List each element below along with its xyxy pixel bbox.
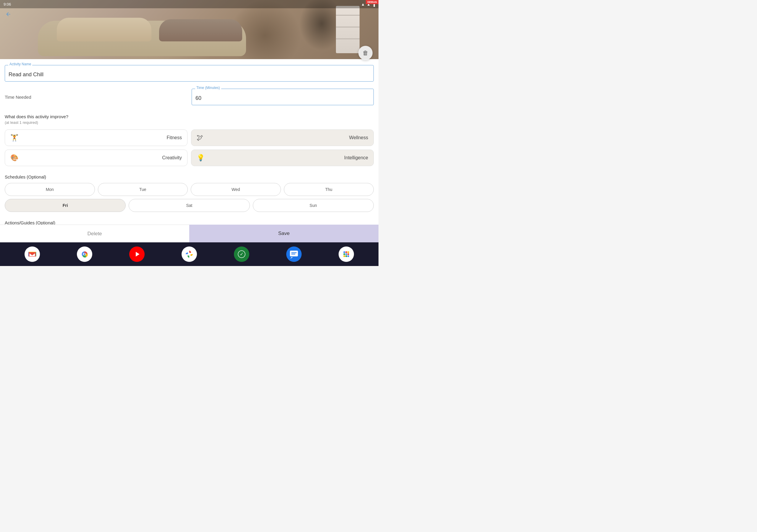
day-thu[interactable]: Thu — [284, 183, 374, 196]
wellness-label: Wellness — [349, 135, 368, 140]
nav-messages[interactable] — [286, 247, 302, 262]
couch-cushion-2 — [159, 19, 242, 42]
svg-point-16 — [346, 251, 347, 253]
day-sun[interactable]: Sun — [253, 199, 374, 212]
save-button[interactable]: Save — [189, 224, 378, 242]
svg-point-9 — [188, 253, 191, 256]
categories-grid: 🏋 Fitness 🕊 Wellness 🎨 Creativity 💡 Inte… — [5, 130, 374, 166]
activity-name-input[interactable] — [5, 65, 374, 81]
nav-bar: ✓ — [0, 242, 378, 266]
svg-point-19 — [346, 253, 347, 255]
improves-subtitle: (at least 1 required) — [5, 120, 374, 125]
time-needed-label: Time Needed — [5, 95, 187, 100]
main-content: Activity Name Time Needed Time (Minutes)… — [0, 59, 378, 242]
shelf-1 — [336, 15, 360, 16]
day-fri[interactable]: Fri — [5, 199, 126, 212]
fitness-icon: 🏋 — [10, 134, 18, 142]
nav-photos[interactable] — [182, 247, 197, 262]
schedules-title: Schedules (Optional) — [5, 174, 374, 179]
debug-badge: DEBUG — [366, 0, 378, 4]
days-grid-top: Mon Tue Wed Thu — [5, 183, 374, 196]
svg-rect-14 — [291, 254, 295, 254]
activity-name-group: Activity Name — [5, 65, 374, 81]
wellness-icon: 🕊 — [197, 134, 203, 142]
wifi-icon: ▲ — [361, 2, 365, 7]
svg-point-15 — [344, 251, 346, 253]
svg-point-23 — [348, 255, 349, 257]
time-field-wrapper: Time (Minutes) — [192, 89, 374, 105]
fitness-label: Fitness — [167, 135, 182, 140]
nav-habit-tracker[interactable]: ✓ — [234, 247, 249, 262]
nav-gmail[interactable] — [24, 247, 40, 262]
activity-name-label: Activity Name — [8, 62, 32, 66]
nav-chrome[interactable] — [77, 247, 92, 262]
svg-point-21 — [344, 255, 346, 257]
delete-button[interactable]: Delete — [0, 224, 189, 242]
category-intelligence[interactable]: 💡 Intelligence — [191, 150, 374, 166]
time-display: 9:06 — [4, 2, 11, 7]
time-row: Time Needed Time (Minutes) — [5, 89, 374, 105]
shelf-2 — [336, 27, 360, 27]
status-bar: 9:06 ▲ ▲ ▐ — [0, 0, 378, 8]
day-sat[interactable]: Sat — [129, 199, 250, 212]
improves-title: What does this activity improve? — [5, 113, 374, 120]
status-time: 9:06 — [4, 2, 11, 7]
svg-text:✓: ✓ — [240, 251, 244, 256]
nav-youtube[interactable] — [129, 247, 145, 262]
bottom-bar: Delete Save — [0, 224, 378, 242]
intelligence-icon: 💡 — [197, 154, 205, 162]
creativity-label: Creativity — [162, 155, 182, 161]
nav-apps[interactable] — [339, 247, 354, 262]
trash-icon-button[interactable]: 🗑 — [358, 46, 373, 60]
day-mon[interactable]: Mon — [5, 183, 95, 196]
svg-point-22 — [346, 255, 347, 257]
days-grid-bottom: Fri Sat Sun — [5, 199, 374, 212]
time-minutes-label: Time (Minutes) — [195, 86, 221, 90]
day-tue[interactable]: Tue — [98, 183, 188, 196]
svg-point-18 — [344, 253, 346, 255]
back-button[interactable] — [4, 10, 13, 19]
category-wellness[interactable]: 🕊 Wellness — [191, 130, 374, 146]
bookshelf-decoration — [336, 6, 360, 53]
time-minutes-input[interactable] — [192, 89, 374, 105]
svg-point-6 — [84, 253, 85, 255]
category-fitness[interactable]: 🏋 Fitness — [5, 130, 188, 146]
couch-cushion-1 — [57, 18, 151, 42]
category-creativity[interactable]: 🎨 Creativity — [5, 150, 188, 166]
trash-icon: 🗑 — [363, 50, 369, 56]
day-wed[interactable]: Wed — [191, 183, 281, 196]
svg-rect-12 — [290, 251, 298, 256]
svg-point-17 — [348, 251, 349, 253]
hero-image — [0, 0, 378, 59]
shelf-3 — [336, 39, 360, 39]
intelligence-label: Intelligence — [344, 155, 368, 161]
svg-point-20 — [348, 253, 349, 255]
creativity-icon: 🎨 — [10, 154, 18, 162]
svg-rect-13 — [291, 252, 297, 253]
